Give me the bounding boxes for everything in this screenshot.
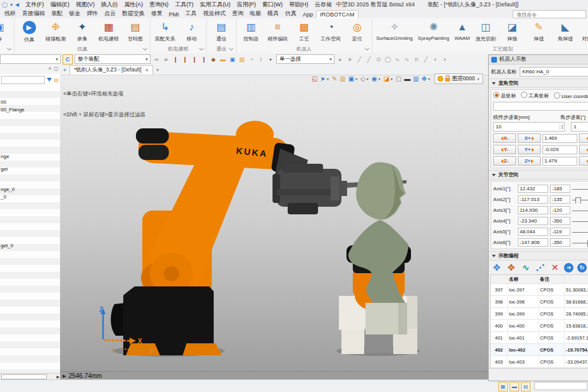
ribbon-button[interactable]: ✺SprayPainting [415, 19, 452, 41]
ribbon-button[interactable]: ◫激光切割 [472, 19, 499, 42]
ribbon-button[interactable]: ❉碰撞检测 [42, 19, 69, 42]
teach-point-row[interactable]: 398loc-398CPOS38.61668,133.58518 [491, 296, 588, 308]
teach-point-row[interactable]: 400loc-400CPOS15.63818,140.59656 [491, 320, 588, 332]
toolbar-icon[interactable]: ▣ [228, 56, 236, 63]
quick-access-icon[interactable]: ▾ [10, 2, 13, 8]
section-joint-header[interactable]: 关节空间 [489, 170, 588, 180]
tree-hscrollbar-thumb[interactable] [1, 374, 47, 379]
teach-point-row[interactable]: 403loc-403CPOS-33.09437,140.4365 [491, 356, 588, 368]
new-tab-icon[interactable]: + [153, 67, 162, 73]
group-dialog-launcher-icon[interactable] [365, 46, 369, 51]
filter-icon[interactable]: ∿ [403, 56, 411, 63]
axis-limit-field[interactable]: -185 [550, 185, 570, 193]
ribbon-tab-仿真[interactable]: 仿真 [282, 9, 300, 18]
viewport-tool-icon[interactable]: ▥ [412, 75, 419, 83]
viewport-tool-icon[interactable]: ◉▼ [371, 75, 382, 83]
filter-icon[interactable]: ◗ [431, 56, 439, 63]
jog-minus-button[interactable]: Z- [493, 156, 516, 166]
jog-plus-button[interactable]: Z+ [518, 156, 541, 166]
teach-tool-icon[interactable]: ↻ [577, 263, 587, 273]
ribbon-button[interactable]: ▤甘特图 [122, 19, 149, 42]
ribbon-button[interactable]: ▤通信 [208, 19, 235, 42]
axis-value-field[interactable]: -117.013 [518, 195, 548, 204]
ribbon-tab-查询[interactable]: 查询 [229, 9, 247, 18]
ribbon-button[interactable]: ≡程序编辑 [264, 19, 291, 42]
ribbon-tab-数据交换[interactable]: 数据交换 [119, 9, 148, 18]
axis-slider-thumb[interactable] [575, 197, 581, 204]
group-dialog-launcher-icon[interactable] [7, 46, 11, 51]
toolbar-icon[interactable]: ≂ [152, 56, 161, 63]
ribbon-button[interactable]: ◎定位 [344, 19, 371, 42]
section-teach-header[interactable]: 示教编程 [489, 251, 588, 260]
config-combo[interactable]: ▼ [0, 54, 61, 64]
ribbon-button[interactable]: ✎焊缝 [525, 19, 552, 42]
axis-slider[interactable] [572, 239, 588, 247]
axis-slider[interactable] [572, 185, 588, 193]
find-command-box[interactable] [513, 10, 586, 18]
axis-value-field[interactable]: 48.044 [518, 228, 548, 236]
ribbon-tab-模具[interactable]: 模具 [264, 9, 282, 18]
menu-item[interactable]: 编辑(E) [47, 1, 73, 9]
coordinate-value-field[interactable] [493, 102, 588, 111]
tree-node-label[interactable]: get [1, 166, 8, 172]
axis-slider[interactable] [572, 207, 588, 214]
ribbon-tab-电极[interactable]: 电极 [247, 9, 264, 18]
tab-close-icon[interactable]: × [145, 67, 149, 73]
viewport-tool-icon[interactable]: ◇▼ [360, 75, 370, 83]
jog-value-field[interactable]: 1.469 [542, 134, 577, 143]
ribbon-button[interactable]: ↳装配关系 [152, 19, 178, 42]
ribbon-tab-焊件[interactable]: 焊件 [83, 9, 101, 18]
ribbon-tab-视觉样式[interactable]: 视觉样式 [200, 9, 229, 18]
teach-point-row[interactable]: 399loc-399CPOS28.74065,138.71068 [491, 308, 588, 320]
pick-mode-combo[interactable]: 单一选择▼ [276, 54, 334, 64]
ribbon-button[interactable]: ▣存 [0, 19, 13, 42]
filter-icon[interactable]: ∿ [393, 56, 401, 63]
statusbar-icon[interactable]: ▬ [510, 382, 519, 391]
ribbon-tab-线框[interactable]: 线框 [1, 9, 19, 18]
statusbar-icon[interactable]: ▦ [498, 382, 508, 391]
menu-item[interactable]: 工具(T) [172, 1, 197, 9]
viewport-tool-icon[interactable]: ◱ [311, 75, 318, 83]
lock-icon[interactable] [445, 78, 450, 82]
manager-header-icon[interactable]: ≡ [49, 66, 52, 73]
jog-value-field[interactable]: -0.029 [542, 145, 577, 154]
teach-point-row[interactable]: 401loc-401CPOS-2.69157,144.20832 [491, 332, 588, 344]
teach-panel-titlebar[interactable]: 机器人示教 [489, 55, 588, 64]
jog-plus-button[interactable]: X+ [518, 133, 541, 143]
ribbon-button[interactable]: ▦机电建模 [95, 19, 122, 42]
lightbulb-icon[interactable] [438, 76, 443, 82]
tree-node-label[interactable]: 00_Flange [1, 107, 25, 113]
ribbon-tab-工具[interactable]: 工具 [182, 9, 200, 18]
viewport-tool-icon[interactable]: ◪▼ [383, 75, 393, 83]
axis-limit-field[interactable]: -120 [550, 206, 570, 214]
toolbar-icon[interactable]: ❙ [200, 56, 208, 63]
toolbar-icon[interactable]: ▬ [219, 56, 227, 63]
teach-point-row[interactable]: 402loc-402CPOS-19.70754,139.4238 [491, 344, 588, 356]
axis-slider[interactable] [572, 217, 588, 225]
ribbon-button[interactable]: ▶仿真 [16, 19, 42, 43]
robot-name-combo[interactable]: KR60 HA_0 [520, 67, 588, 77]
jog-plus-button[interactable]: Y+ [518, 145, 541, 154]
ribbon-button[interactable]: ▩工艺 [291, 19, 317, 42]
menu-item[interactable]: 属性(A) [121, 1, 146, 9]
axis-value-field[interactable]: 12.432 [518, 185, 548, 193]
teach-tool-icon[interactable]: ∿ [520, 262, 532, 273]
filter-icon[interactable]: ◗ [441, 56, 449, 63]
axis-limit-field[interactable]: -119 [550, 228, 570, 236]
toolbar-icon[interactable]: ◆ [209, 56, 217, 63]
quick-access-icon[interactable]: ◀ [15, 2, 19, 8]
menu-item[interactable]: 帮助(H) [286, 1, 312, 9]
group-dialog-launcher-icon[interactable] [143, 46, 147, 51]
axis-value-field[interactable]: -147.806 [518, 238, 548, 247]
tree-hscrollbar-arrow[interactable]: ▶ [56, 374, 59, 379]
section-cartesian-header[interactable]: 直角空间 [489, 78, 588, 88]
toolbar-icon[interactable]: ❙ [171, 56, 180, 63]
viewport-tool-icon[interactable]: ➤▼ [320, 75, 330, 83]
ribbon-button[interactable]: ✦录像 [69, 19, 95, 42]
linear-step-spinner[interactable]: 10 ▲▼ [493, 122, 565, 132]
toolbar-icon[interactable]: ❙ [190, 56, 199, 63]
teach-point-row[interactable]: 397loc-397CPOS51.30083,128.84054 [491, 284, 588, 296]
tree-node-label[interactable]: nge_0 [1, 187, 15, 192]
viewport-tool-icon[interactable]: ✎ [331, 75, 338, 83]
ribbon-button[interactable]: ▲WAAM [452, 19, 473, 41]
